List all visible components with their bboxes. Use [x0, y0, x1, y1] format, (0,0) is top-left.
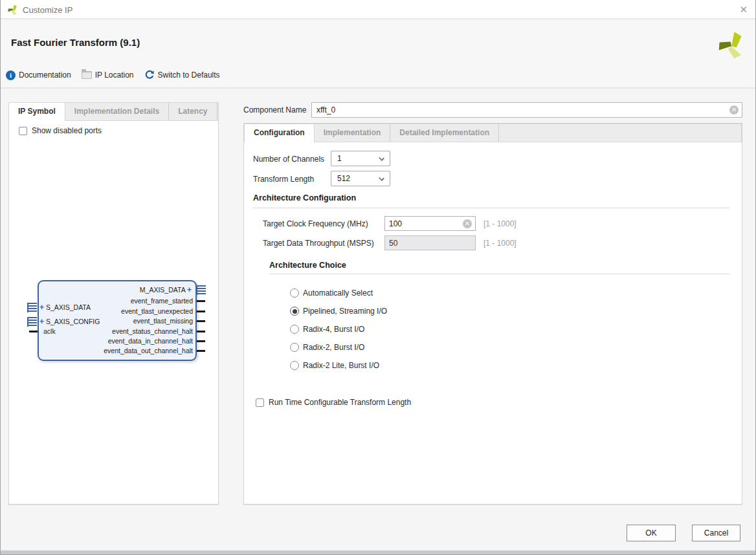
tab-ip-symbol[interactable]: IP Symbol	[9, 103, 65, 122]
port-event-status-channel-halt[interactable]: event_status_channel_halt	[112, 327, 193, 336]
port-label: event_frame_started	[131, 297, 193, 305]
left-tab-strip: IP Symbol Implementation Details Latency	[8, 102, 219, 121]
show-disabled-ports-checkbox[interactable]	[19, 127, 27, 135]
port-s-axis-data[interactable]: + S_AXIS_DATA	[39, 303, 91, 312]
number-of-channels-dropdown[interactable]: 1	[331, 151, 390, 166]
port-event-tlast-missing[interactable]: event_tlast_missing	[133, 316, 193, 325]
architecture-choice-title: Architecture Choice	[269, 261, 346, 270]
tab-latency[interactable]: Latency	[169, 103, 217, 120]
transform-length-value: 512	[337, 174, 350, 183]
radio-label: Automatically Select	[303, 288, 373, 298]
transform-length-dropdown[interactable]: 512	[331, 171, 390, 186]
bus-icon	[196, 285, 206, 295]
radio-pipelined-streaming[interactable]: Pipelined, Streaming I/O	[290, 307, 387, 316]
throughput-range-hint: [1 - 1000]	[484, 239, 517, 248]
documentation-button[interactable]: i Documentation	[6, 71, 71, 80]
xilinx-logo-icon	[7, 4, 18, 17]
port-label: event_data_in_channel_halt	[108, 337, 193, 345]
info-icon: i	[6, 71, 16, 80]
right-tab-strip: Configuration Implementation Detailed Im…	[244, 124, 742, 142]
port-label: event_tlast_missing	[133, 317, 193, 325]
port-event-data-in-channel-halt[interactable]: event_data_in_channel_halt	[108, 336, 193, 345]
tab-implementation[interactable]: Implementation	[315, 124, 391, 142]
switch-to-defaults-label: Switch to Defaults	[158, 71, 220, 80]
runtime-transform-length-checkbox[interactable]	[256, 398, 264, 407]
port-event-data-out-channel-halt[interactable]: event_data_out_channel_halt	[104, 346, 193, 355]
content-area: IP Symbol Implementation Details Latency…	[1, 89, 755, 554]
target-data-throughput-input	[384, 235, 476, 250]
radio-label: Radix-2 Lite, Burst I/O	[303, 361, 379, 370]
radio-label: Radix-2, Burst I/O	[303, 343, 364, 352]
cancel-button[interactable]: Cancel	[692, 525, 740, 541]
radio-radix2-burst[interactable]: Radix-2, Burst I/O	[290, 343, 364, 352]
section-rule	[253, 208, 729, 208]
port-label: aclk	[43, 327, 56, 335]
port-label: event_data_out_channel_halt	[104, 347, 193, 354]
expand-plus-icon[interactable]: +	[39, 303, 44, 312]
radio-radix2-lite-burst[interactable]: Radix-2 Lite, Burst I/O	[290, 361, 379, 370]
folder-icon	[82, 71, 92, 79]
radio-icon[interactable]	[290, 361, 299, 370]
title-bar: Customize IP ✕	[1, 0, 755, 19]
tab-implementation-details[interactable]: Implementation Details	[65, 103, 169, 120]
port-label: S_AXIS_DATA	[46, 303, 91, 311]
switch-to-defaults-button[interactable]: Switch to Defaults	[144, 70, 220, 80]
radio-label: Radix-4, Burst I/O	[303, 325, 364, 334]
clear-icon[interactable]: ✕	[729, 105, 739, 114]
bus-icon	[27, 317, 37, 327]
pin-stub	[29, 331, 38, 332]
pin-stub	[197, 350, 205, 352]
show-disabled-ports-label: Show disabled ports	[32, 126, 102, 135]
radio-radix4-burst[interactable]: Radix-4, Burst I/O	[290, 325, 364, 334]
target-data-throughput-label: Target Data Throughput (MSPS)	[263, 239, 374, 248]
pin-stub	[197, 331, 205, 332]
port-aclk[interactable]: aclk	[43, 327, 56, 336]
port-m-axis-data[interactable]: M_AXIS_DATA +	[140, 285, 192, 294]
bus-icon	[27, 303, 37, 312]
bottom-strip	[1, 550, 755, 554]
window-title: Customize IP	[23, 5, 72, 15]
number-of-channels-value: 1	[337, 154, 342, 163]
radio-icon[interactable]	[290, 325, 299, 334]
configuration-panel: Configuration Implementation Detailed Im…	[243, 123, 742, 505]
radio-icon[interactable]	[290, 288, 299, 298]
chevron-down-icon	[379, 155, 384, 161]
expand-plus-icon[interactable]: +	[39, 317, 44, 326]
port-event-frame-started[interactable]: event_frame_started	[131, 296, 193, 305]
refresh-icon	[144, 70, 155, 80]
ok-button[interactable]: OK	[627, 525, 676, 541]
chevron-down-icon	[379, 175, 384, 181]
header: Fast Fourier Transform (9.1) i Documenta…	[1, 21, 755, 89]
pin-stub	[197, 310, 205, 312]
show-disabled-ports-row[interactable]: Show disabled ports	[19, 126, 102, 135]
port-label: event_tlast_unexpected	[121, 307, 193, 315]
clock-range-hint: [1 - 1000]	[484, 219, 517, 228]
close-icon[interactable]: ✕	[739, 4, 748, 16]
tab-detailed-implementation[interactable]: Detailed Implementation	[390, 124, 499, 142]
runtime-transform-length-row[interactable]: Run Time Configurable Transform Length	[256, 398, 411, 407]
radio-icon[interactable]	[290, 343, 299, 352]
port-label: event_status_channel_halt	[112, 327, 193, 335]
port-label: S_AXIS_CONFIG	[46, 318, 100, 325]
expand-plus-icon[interactable]: +	[187, 285, 192, 294]
documentation-label: Documentation	[19, 71, 71, 80]
clear-icon[interactable]: ✕	[463, 219, 472, 228]
pin-stub	[197, 300, 205, 302]
page-title: Fast Fourier Transform (9.1)	[11, 37, 140, 48]
ip-location-button[interactable]: IP Location	[82, 71, 134, 80]
port-label: M_AXIS_DATA	[140, 286, 185, 294]
port-s-axis-config[interactable]: + S_AXIS_CONFIG	[39, 317, 100, 326]
ip-symbol-panel: IP Symbol Implementation Details Latency…	[8, 102, 219, 505]
toolbar: i Documentation IP Location Switch to De…	[6, 70, 220, 80]
port-event-tlast-unexpected[interactable]: event_tlast_unexpected	[121, 307, 193, 316]
component-name-input[interactable]	[311, 102, 742, 118]
tab-configuration[interactable]: Configuration	[245, 124, 315, 143]
target-clock-frequency-label: Target Clock Frequency (MHz)	[263, 219, 368, 228]
radio-selected-icon[interactable]	[290, 307, 299, 316]
radio-automatically-select[interactable]: Automatically Select	[290, 288, 373, 298]
ip-location-label: IP Location	[95, 71, 134, 80]
pin-stub	[197, 320, 205, 322]
target-clock-frequency-input[interactable]	[384, 216, 476, 231]
runtime-transform-length-label: Run Time Configurable Transform Length	[269, 398, 411, 407]
customize-ip-dialog: Customize IP ✕ Fast Fourier Transform (9…	[0, 0, 756, 555]
